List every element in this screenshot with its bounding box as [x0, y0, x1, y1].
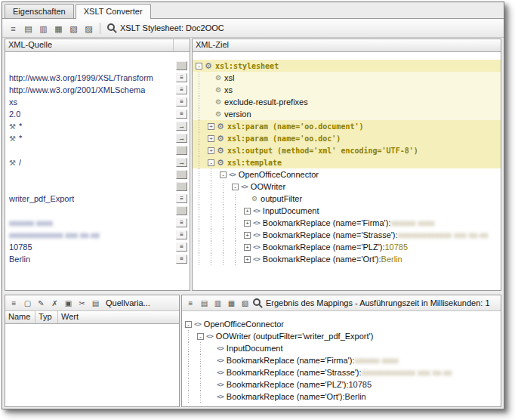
tree-node[interactable]: +⚙xsl:output (method='xml' encoding='UTF…: [193, 144, 501, 156]
expander-plus-icon[interactable]: +: [208, 147, 214, 154]
menu-icon[interactable]: ≡: [8, 298, 20, 309]
hex-view-icon[interactable]: ▦: [226, 298, 237, 309]
source-row[interactable]: [5, 60, 190, 72]
cut-icon[interactable]: ✂: [76, 298, 88, 309]
source-row[interactable]: 2.0≡: [5, 108, 190, 120]
tree-node[interactable]: <>BookmarkReplace (name='Firma') : xxxxx…: [182, 354, 501, 366]
source-row[interactable]: xxxxxxxxxxxxx xxx xx-xx≡: [5, 229, 190, 241]
mapping-button-lines[interactable]: ≡: [176, 255, 187, 264]
tree-node[interactable]: <>BookmarkReplace (name='Strasse') : xxx…: [182, 366, 501, 378]
mapping-button-blank[interactable]: [176, 182, 187, 191]
grid-view-icon[interactable]: ▧: [67, 22, 80, 35]
tree-node[interactable]: -<>OOWriter: [193, 181, 501, 193]
tree-node[interactable]: +<>BookmarkReplace (name='Ort') : Berlin: [193, 253, 501, 265]
mapping-button-lines[interactable]: ≡: [176, 73, 187, 82]
expander-minus-icon[interactable]: -: [232, 184, 239, 190]
source-row[interactable]: 10785≡: [5, 241, 190, 253]
mapping-button-arrow[interactable]: →: [176, 158, 187, 167]
tree-node[interactable]: ⚙version: [193, 108, 501, 120]
xml-view-icon[interactable]: ▥: [212, 298, 224, 309]
tree-guide: [231, 217, 243, 229]
source-row[interactable]: ⚒*→: [5, 132, 190, 144]
expander-plus-icon[interactable]: +: [208, 135, 214, 142]
mapping-button-lines[interactable]: ≡: [176, 194, 187, 203]
source-variables-label[interactable]: Quellvaria...: [106, 298, 150, 307]
expander-minus-icon[interactable]: -: [197, 333, 204, 340]
mapping-button-blank[interactable]: [176, 61, 187, 70]
tree-node[interactable]: +<>BookmarkReplace (name='PLZ') : 10785: [193, 241, 501, 253]
export-icon[interactable]: ▨: [82, 22, 95, 35]
copy-icon[interactable]: ▣: [63, 298, 74, 309]
export-icon[interactable]: ▧: [239, 298, 251, 309]
hex-view-icon[interactable]: ▦: [52, 22, 65, 35]
source-row[interactable]: xs≡: [5, 96, 190, 108]
mapping-button-blank[interactable]: [176, 206, 187, 215]
source-value: http://www.w3.org/1999/XSL/Transform: [9, 73, 153, 82]
menu-icon[interactable]: ≡: [185, 298, 196, 309]
mapping-button-lines[interactable]: ≡: [176, 85, 187, 94]
source-row[interactable]: [5, 168, 190, 181]
expander-minus-icon[interactable]: -: [220, 171, 227, 178]
tree-node[interactable]: -<>OOWriter (outputFilter='writer_pdf_Ex…: [182, 330, 501, 342]
source-row[interactable]: [5, 205, 190, 217]
source-row[interactable]: xxxxxx xxxx≡: [5, 217, 190, 229]
tree-node[interactable]: -<>OpenOfficeConnector: [182, 318, 501, 330]
expander-minus-icon[interactable]: -: [208, 159, 214, 166]
tree-node[interactable]: +⚙xsl:param (name='oo.document'): [193, 120, 501, 132]
tree-node[interactable]: ⚙xsl: [193, 72, 501, 84]
mapping-button-blank[interactable]: [176, 170, 187, 179]
expander-plus-icon[interactable]: +: [244, 208, 251, 215]
expander-minus-icon[interactable]: -: [185, 321, 192, 328]
source-row[interactable]: Berlin≡: [5, 253, 190, 265]
tree-node[interactable]: +<>InputDocument: [193, 205, 501, 217]
tree-node[interactable]: ⚙exclude-result-prefixes: [193, 96, 501, 108]
delete-variable-icon[interactable]: ✗: [49, 298, 60, 309]
menu-icon[interactable]: ≡: [7, 22, 20, 35]
tree-node[interactable]: +⚙xsl:param (name='oo.doc'): [193, 132, 501, 144]
source-row[interactable]: http://www.w3.org/1999/XSL/Transform≡: [5, 72, 190, 84]
mapping-button-lines[interactable]: ≡: [176, 97, 187, 107]
paste-icon[interactable]: ▤: [90, 298, 101, 309]
tree-node[interactable]: ⚙outputFilter: [193, 193, 501, 205]
mapping-button-arrow[interactable]: →: [176, 122, 187, 131]
expander-plus-icon[interactable]: +: [244, 256, 251, 263]
expander-plus-icon[interactable]: +: [244, 232, 251, 239]
mapping-button-lines[interactable]: ≡: [176, 218, 187, 227]
tree-node[interactable]: +<>BookmarkReplace (name='Firma') : xxxx…: [193, 217, 501, 229]
tree-structure-icon[interactable]: ▤: [199, 298, 210, 309]
source-row[interactable]: [5, 181, 190, 193]
variables-table-body[interactable]: [5, 324, 179, 406]
tree-node[interactable]: <>BookmarkReplace (name='Ort') : Berlin: [182, 391, 501, 403]
expander-plus-icon[interactable]: +: [208, 123, 214, 130]
tree-node[interactable]: -⚙xsl:stylesheet: [193, 60, 501, 72]
tree-guide: [195, 144, 207, 156]
source-row[interactable]: ⚒/→: [5, 156, 190, 168]
tree-node[interactable]: -⚙xsl:template: [193, 156, 501, 168]
source-row[interactable]: writer_pdf_Export≡: [5, 193, 190, 205]
tree-node[interactable]: -<>OpenOfficeConnector: [193, 168, 501, 181]
xml-view-icon[interactable]: ▥: [37, 22, 50, 35]
mapping-button-lines[interactable]: ≡: [176, 242, 187, 252]
result-title: Ergebnis des Mappings - Ausführungszeit …: [266, 298, 490, 307]
expander-plus-icon[interactable]: +: [244, 244, 251, 251]
tree-node[interactable]: ⚙xs: [193, 84, 501, 96]
expander-plus-icon[interactable]: +: [244, 220, 251, 227]
tree-node[interactable]: <>BookmarkReplace (name='PLZ') : 10785: [182, 378, 501, 391]
expander-minus-icon[interactable]: -: [196, 63, 202, 69]
tree-node[interactable]: +<>BookmarkReplace (name='Strasse') : xx…: [193, 229, 501, 241]
node-value: xxxxxxxxxxxxx xxx xx-xx: [362, 368, 452, 377]
source-row[interactable]: ⚒*→: [5, 120, 190, 132]
mapping-button-blank[interactable]: [176, 146, 187, 155]
mapping-button-lines[interactable]: ≡: [176, 230, 187, 239]
tree-guide: [184, 366, 196, 378]
tab-eigenschaften[interactable]: Eigenschaften: [5, 4, 74, 18]
edit-variable-icon[interactable]: ✎: [35, 298, 47, 309]
source-row[interactable]: http://www.w3.org/2001/XMLSchema≡: [5, 84, 190, 96]
source-row[interactable]: [5, 144, 190, 156]
mapping-button-arrow[interactable]: →: [176, 134, 187, 143]
tree-node[interactable]: <>InputDocument: [182, 342, 501, 354]
new-variable-icon[interactable]: ▢: [22, 298, 33, 309]
tree-structure-icon[interactable]: ▤: [22, 22, 35, 35]
tab-xslt-converter[interactable]: XSLT Converter: [76, 4, 151, 19]
mapping-button-lines[interactable]: ≡: [176, 110, 187, 119]
